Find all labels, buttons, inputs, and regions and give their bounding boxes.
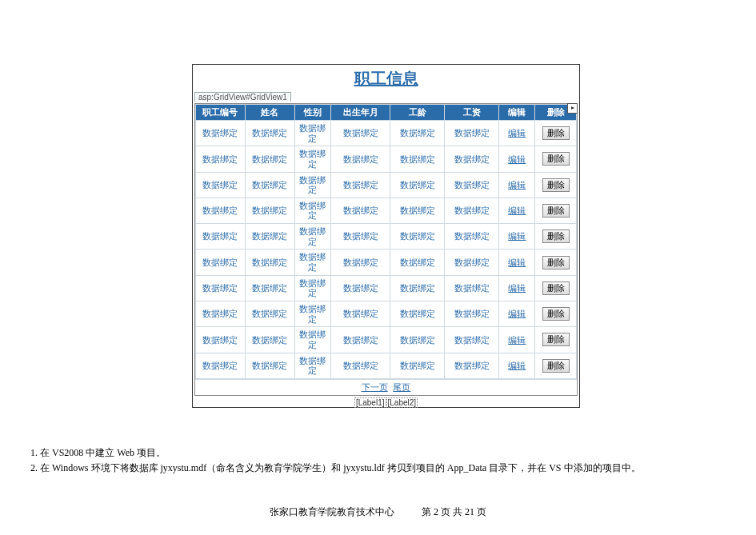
table-row: 数据绑定数据绑定数据绑 定数据绑定数据绑定数据绑定编辑删除 (196, 121, 577, 146)
delete-cell: 删除 (535, 198, 577, 223)
edit-link[interactable]: 编辑 (508, 154, 526, 164)
bound-cell: 数据绑定 (390, 275, 445, 301)
edit-cell: 编辑 (499, 301, 535, 326)
col-header: 性别 (294, 105, 330, 121)
delete-button[interactable]: 删除 (542, 126, 570, 140)
delete-button[interactable]: 删除 (542, 178, 570, 192)
bound-cell: 数据绑 定 (294, 301, 330, 326)
footer-page-a: 第 (422, 506, 431, 517)
bound-cell: 数据绑定 (330, 172, 390, 198)
col-header: 姓名 (245, 105, 294, 121)
delete-button[interactable]: 删除 (542, 307, 570, 321)
bound-cell: 数据绑定 (330, 275, 390, 301)
edit-link[interactable]: 编辑 (508, 206, 526, 215)
bound-cell: 数据绑定 (196, 353, 246, 378)
edit-cell: 编辑 (499, 353, 535, 378)
pager-next-link[interactable]: 下一页 (362, 382, 388, 392)
bound-cell: 数据绑 定 (294, 172, 330, 198)
delete-button[interactable]: 删除 (542, 281, 570, 295)
bound-cell: 数据绑定 (390, 327, 445, 353)
edit-link[interactable]: 编辑 (508, 180, 526, 190)
smart-tag-glyph[interactable]: ▸ (567, 103, 578, 114)
bound-cell: 数据绑定 (330, 250, 390, 275)
col-header: 职工编号 (196, 105, 246, 121)
bound-cell: 数据绑 定 (294, 121, 330, 146)
bound-cell: 数据绑定 (445, 327, 499, 353)
bound-cell: 数据绑 定 (294, 198, 330, 223)
delete-button[interactable]: 删除 (542, 256, 570, 269)
bound-cell: 数据绑定 (330, 327, 390, 353)
gridview-header-row: 职工编号 姓名 性别 出生年月 工龄 工资 编辑 删除 (196, 105, 577, 121)
table-row: 数据绑定数据绑定数据绑 定数据绑定数据绑定数据绑定编辑删除 (196, 172, 577, 198)
gridview-table: 职工编号 姓名 性别 出生年月 工龄 工资 编辑 删除 数据绑定数据绑定数据绑 … (195, 104, 577, 379)
label2-placeholder: [Label2] (386, 397, 418, 408)
bound-cell: 数据绑定 (330, 121, 390, 146)
bound-cell: 数据绑定 (445, 353, 499, 378)
bound-cell: 数据绑定 (245, 327, 294, 353)
bound-cell: 数据绑定 (390, 301, 445, 326)
bound-cell: 数据绑定 (196, 250, 246, 275)
footer-page-total: 21 (465, 506, 474, 517)
bound-cell: 数据绑定 (445, 121, 499, 146)
edit-cell: 编辑 (499, 146, 535, 172)
bound-cell: 数据绑定 (245, 172, 294, 198)
edit-link[interactable]: 编辑 (508, 335, 526, 345)
bound-cell: 数据绑定 (245, 198, 294, 223)
control-tag: asp:GridView#GridView1 (194, 92, 291, 102)
edit-link[interactable]: 编辑 (508, 128, 526, 138)
footer-page-c: 页 (477, 506, 486, 517)
footer-page-current: 2 (434, 506, 438, 517)
instruction-item: 在 VS2008 中建立 Web 项目。 (40, 446, 641, 460)
delete-button[interactable]: 删除 (542, 204, 570, 218)
bound-cell: 数据绑定 (445, 275, 499, 301)
table-row: 数据绑定数据绑定数据绑 定数据绑定数据绑定数据绑定编辑删除 (196, 353, 577, 378)
bound-cell: 数据绑定 (330, 198, 390, 223)
table-row: 数据绑定数据绑定数据绑 定数据绑定数据绑定数据绑定编辑删除 (196, 275, 577, 301)
col-header: 工资 (445, 105, 499, 121)
delete-button[interactable]: 删除 (542, 333, 570, 346)
delete-cell: 删除 (535, 146, 577, 172)
bound-cell: 数据绑定 (245, 353, 294, 378)
bound-cell: 数据绑 定 (294, 224, 330, 250)
col-header: 出生年月 (330, 105, 390, 121)
designer-panel: 职工信息 asp:GridView#GridView1 ▸ 职工编号 姓名 性别… (192, 64, 580, 408)
delete-button[interactable]: 删除 (542, 359, 570, 373)
table-row: 数据绑定数据绑定数据绑 定数据绑定数据绑定数据绑定编辑删除 (196, 198, 577, 223)
edit-link[interactable]: 编辑 (508, 361, 526, 370)
edit-link[interactable]: 编辑 (508, 309, 526, 318)
bound-cell: 数据绑定 (390, 121, 445, 146)
table-row: 数据绑定数据绑定数据绑 定数据绑定数据绑定数据绑定编辑删除 (196, 250, 577, 275)
pager-last-link[interactable]: 尾页 (393, 382, 410, 392)
table-row: 数据绑定数据绑定数据绑 定数据绑定数据绑定数据绑定编辑删除 (196, 327, 577, 353)
bound-cell: 数据绑定 (445, 146, 499, 172)
bound-cell: 数据绑定 (390, 353, 445, 378)
bound-cell: 数据绑定 (245, 224, 294, 250)
delete-button[interactable]: 删除 (542, 230, 570, 243)
delete-cell: 删除 (535, 121, 577, 146)
edit-link[interactable]: 编辑 (508, 231, 526, 241)
bound-cell: 数据绑定 (445, 198, 499, 223)
edit-link[interactable]: 编辑 (508, 258, 526, 267)
bound-cell: 数据绑定 (196, 198, 246, 223)
footer-org: 张家口教育学院教育技术中心 (270, 506, 394, 517)
delete-cell: 删除 (535, 353, 577, 378)
edit-cell: 编辑 (499, 121, 535, 146)
instruction-list: 在 VS2008 中建立 Web 项目。 在 Windows 环境下将数据库 j… (24, 446, 641, 477)
edit-cell: 编辑 (499, 275, 535, 301)
bound-cell: 数据绑定 (390, 146, 445, 172)
bound-cell: 数据绑 定 (294, 146, 330, 172)
edit-cell: 编辑 (499, 172, 535, 198)
delete-cell: 删除 (535, 172, 577, 198)
delete-cell: 删除 (535, 275, 577, 301)
bound-cell: 数据绑定 (330, 353, 390, 378)
bound-cell: 数据绑 定 (294, 275, 330, 301)
bound-cell: 数据绑定 (390, 198, 445, 223)
edit-cell: 编辑 (499, 250, 535, 275)
delete-cell: 删除 (535, 250, 577, 275)
bound-cell: 数据绑定 (445, 172, 499, 198)
edit-link[interactable]: 编辑 (508, 283, 526, 293)
table-row: 数据绑定数据绑定数据绑 定数据绑定数据绑定数据绑定编辑删除 (196, 224, 577, 250)
instruction-item: 在 Windows 环境下将数据库 jyxystu.mdf（命名含义为教育学院学… (40, 461, 641, 475)
edit-cell: 编辑 (499, 224, 535, 250)
delete-button[interactable]: 删除 (542, 152, 570, 166)
